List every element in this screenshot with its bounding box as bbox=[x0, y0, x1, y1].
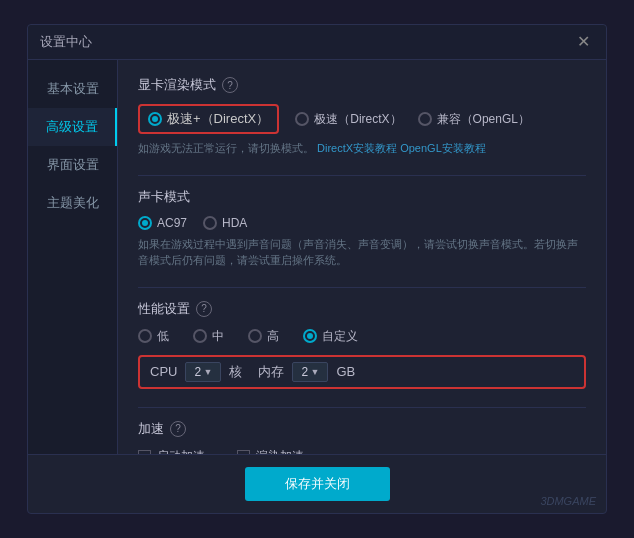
gpu-render-hint: 如游戏无法正常运行，请切换模式。 DirectX安装教程 OpenGL安装教程 bbox=[138, 140, 586, 157]
dialog-title: 设置中心 bbox=[40, 33, 92, 51]
acceleration-title: 加速 ? bbox=[138, 420, 586, 438]
title-bar: 设置中心 ✕ bbox=[28, 25, 606, 60]
cpu-down-arrow-icon: ▼ bbox=[203, 367, 212, 377]
mem-down-arrow-icon: ▼ bbox=[310, 367, 319, 377]
mem-select-input[interactable]: 1 2 4 8 bbox=[301, 365, 308, 379]
acceleration-section: 加速 ? 启动加速 渲染加速 bbox=[138, 420, 586, 455]
performance-title: 性能设置 ? bbox=[138, 300, 586, 318]
gpu-render-section: 显卡渲染模式 ? 极速+（DirectX） 极速（DirectX） 兼容（Ope… bbox=[138, 76, 586, 157]
perf-low-radio[interactable] bbox=[138, 329, 152, 343]
gpu-render-help-icon[interactable]: ? bbox=[222, 77, 238, 93]
sidebar-item-theme[interactable]: 主题美化 bbox=[28, 184, 117, 222]
gpu-render-title: 显卡渲染模式 ? bbox=[138, 76, 586, 94]
mem-label: 内存 bbox=[258, 363, 284, 381]
mem-unit-label: GB bbox=[336, 364, 355, 379]
close-button[interactable]: ✕ bbox=[573, 34, 594, 50]
dialog-content: 基本设置 高级设置 界面设置 主题美化 显卡渲染模式 ? 极速+（DirectX… bbox=[28, 60, 606, 454]
mem-select[interactable]: 1 2 4 8 ▼ bbox=[292, 362, 328, 382]
gpu-render-directx-radio[interactable] bbox=[295, 112, 309, 126]
sound-card-hda-option[interactable]: HDA bbox=[203, 216, 247, 230]
perf-custom-radio[interactable] bbox=[303, 329, 317, 343]
watermark: 3DMGAME bbox=[540, 495, 596, 507]
performance-help-icon[interactable]: ? bbox=[196, 301, 212, 317]
gpu-render-directx-option[interactable]: 极速（DirectX） bbox=[295, 111, 401, 128]
sound-card-ac97-radio[interactable] bbox=[138, 216, 152, 230]
sound-card-section: 声卡模式 AC97 HDA 如果在游戏过程中遇到声音问题（声音消失、声音变调），… bbox=[138, 188, 586, 269]
perf-mid-option[interactable]: 中 bbox=[193, 328, 224, 345]
cpu-select-input[interactable]: 1 2 4 8 bbox=[194, 365, 201, 379]
cpu-mem-box: CPU 1 2 4 8 ▼ 核 内存 1 bbox=[138, 355, 586, 389]
sidebar-item-basic[interactable]: 基本设置 bbox=[28, 70, 117, 108]
settings-dialog: 设置中心 ✕ 基本设置 高级设置 界面设置 主题美化 显卡渲染模式 ? 极速+（… bbox=[27, 24, 607, 514]
perf-custom-option[interactable]: 自定义 bbox=[303, 328, 358, 345]
gpu-render-options: 极速+（DirectX） 极速（DirectX） 兼容（OpenGL） bbox=[138, 104, 586, 134]
sound-card-hint: 如果在游戏过程中遇到声音问题（声音消失、声音变调），请尝试切换声音模式。若切换声… bbox=[138, 236, 586, 269]
save-button[interactable]: 保存并关闭 bbox=[245, 467, 390, 501]
divider-3 bbox=[138, 407, 586, 408]
perf-high-radio[interactable] bbox=[248, 329, 262, 343]
sound-card-title: 声卡模式 bbox=[138, 188, 586, 206]
gpu-render-opengl-radio[interactable] bbox=[418, 112, 432, 126]
cpu-select[interactable]: 1 2 4 8 ▼ bbox=[185, 362, 221, 382]
sidebar-item-advanced[interactable]: 高级设置 bbox=[28, 108, 117, 146]
performance-options: 低 中 高 自定义 bbox=[138, 328, 586, 345]
acceleration-help-icon[interactable]: ? bbox=[170, 421, 186, 437]
sidebar-item-ui[interactable]: 界面设置 bbox=[28, 146, 117, 184]
performance-section: 性能设置 ? 低 中 高 bbox=[138, 300, 586, 389]
sound-card-options: AC97 HDA bbox=[138, 216, 586, 230]
perf-low-option[interactable]: 低 bbox=[138, 328, 169, 345]
directx-install-link[interactable]: DirectX安装教程 bbox=[317, 142, 397, 154]
perf-mid-radio[interactable] bbox=[193, 329, 207, 343]
divider-1 bbox=[138, 175, 586, 176]
cpu-unit-label: 核 bbox=[229, 363, 242, 381]
main-content: 显卡渲染模式 ? 极速+（DirectX） 极速（DirectX） 兼容（Ope… bbox=[118, 60, 606, 454]
sound-card-hda-radio[interactable] bbox=[203, 216, 217, 230]
perf-high-option[interactable]: 高 bbox=[248, 328, 279, 345]
divider-2 bbox=[138, 287, 586, 288]
footer: 保存并关闭 bbox=[28, 454, 606, 513]
gpu-render-directx-plus-option[interactable]: 极速+（DirectX） bbox=[138, 104, 279, 134]
sidebar: 基本设置 高级设置 界面设置 主题美化 bbox=[28, 60, 118, 454]
gpu-render-directx-plus-radio[interactable] bbox=[148, 112, 162, 126]
sound-card-ac97-option[interactable]: AC97 bbox=[138, 216, 187, 230]
cpu-label: CPU bbox=[150, 364, 177, 379]
gpu-render-directx-plus-label: 极速+（DirectX） bbox=[167, 110, 269, 128]
opengl-install-link[interactable]: OpenGL安装教程 bbox=[400, 142, 486, 154]
gpu-render-opengl-option[interactable]: 兼容（OpenGL） bbox=[418, 111, 530, 128]
